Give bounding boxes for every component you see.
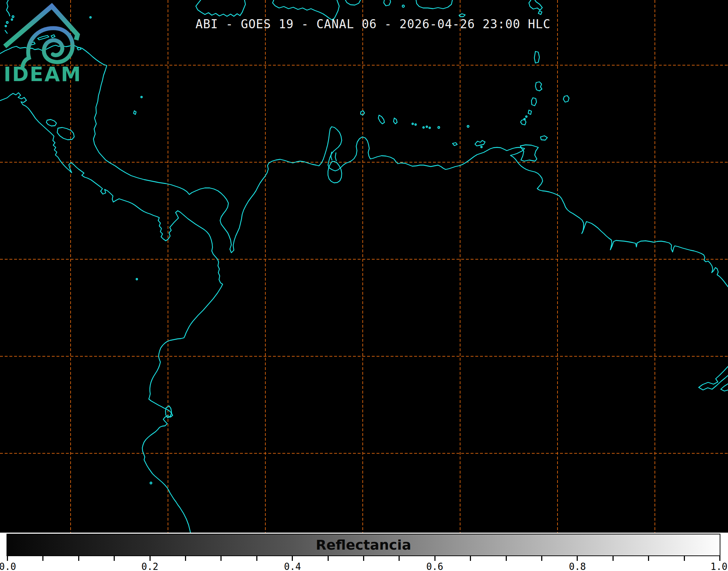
barbados-island bbox=[563, 96, 569, 102]
colorbar-zone: Reflectancia 0.0 0.2 0.4 0.6 0.8 1.0 bbox=[0, 533, 728, 571]
caribbean-coastline bbox=[0, 45, 728, 287]
las-aves-islet bbox=[412, 123, 413, 125]
swan-island bbox=[90, 17, 91, 18]
mountain-icon bbox=[7, 6, 77, 45]
reflectance-colorbar: Reflectancia bbox=[7, 534, 720, 556]
st-vincent-island bbox=[528, 110, 531, 114]
coastlines bbox=[0, 0, 728, 533]
pacific-coastline bbox=[0, 93, 223, 533]
hispaniola-fragment bbox=[345, 0, 361, 5]
bonaire-island bbox=[394, 118, 397, 124]
tick-label: 0.8 bbox=[569, 561, 586, 571]
la-tortuga-island bbox=[453, 143, 457, 146]
tick-label: 0.4 bbox=[284, 561, 301, 571]
grenadines-islet bbox=[526, 116, 527, 117]
curacao-island bbox=[378, 115, 384, 124]
satellite-map-canvas: ABI - GOES 19 - CANAL 06 - 2026-04-26 23… bbox=[0, 0, 728, 533]
colorbar-ticks bbox=[7, 556, 721, 561]
mona-island bbox=[402, 5, 404, 7]
lake-nicaragua bbox=[57, 127, 74, 140]
lobos-island bbox=[150, 482, 152, 484]
guadeloupe-island bbox=[529, 0, 542, 14]
ideam-logo-text: IDEAM bbox=[4, 63, 82, 85]
los-roques-islet bbox=[429, 127, 430, 129]
margarita-island bbox=[475, 140, 485, 146]
colorbar-label: Reflectancia bbox=[316, 537, 411, 553]
st-croix-island bbox=[384, 0, 391, 6]
ideam-logo: IDEAM bbox=[0, 0, 85, 85]
tick-label: 1.0 bbox=[711, 561, 728, 571]
jamaica-fragment bbox=[196, 0, 245, 16]
tobago-island bbox=[540, 136, 547, 140]
st-lucia-island bbox=[531, 98, 536, 106]
tick-label: 0.0 bbox=[0, 561, 16, 571]
image-title: ABI - GOES 19 - CANAL 06 - 2026-04-26 23… bbox=[195, 17, 551, 31]
providencia-island bbox=[141, 96, 142, 98]
puerto-rico-fragment bbox=[416, 0, 453, 9]
amazon-coast-fragment bbox=[699, 366, 728, 391]
tick-label: 0.2 bbox=[142, 561, 159, 571]
lake-managua bbox=[46, 119, 56, 126]
hurricane-spiral-icon bbox=[22, 28, 73, 67]
san-andres-island bbox=[134, 111, 136, 114]
los-roques-islet bbox=[426, 126, 428, 127]
martinique-island bbox=[535, 82, 542, 91]
los-roques-islet bbox=[423, 127, 424, 128]
dominica-island bbox=[534, 51, 539, 63]
graticule-gridlines bbox=[0, 0, 728, 533]
tick-label: 0.6 bbox=[426, 561, 443, 571]
map-graphics bbox=[0, 0, 728, 533]
colorbar-tick-labels: 0.0 0.2 0.4 0.6 0.8 1.0 bbox=[0, 561, 728, 571]
trinidad-island bbox=[520, 145, 538, 161]
malpelo-island bbox=[136, 278, 138, 280]
la-blanquilla-island bbox=[467, 126, 469, 127]
grenada-island bbox=[521, 119, 526, 125]
la-orchila-island bbox=[438, 127, 440, 129]
las-aves-islet bbox=[415, 124, 416, 125]
coche-island bbox=[481, 146, 482, 148]
satellite-image-viewer: { "header": { "title": "ABI - GOES 19 - … bbox=[0, 0, 728, 571]
